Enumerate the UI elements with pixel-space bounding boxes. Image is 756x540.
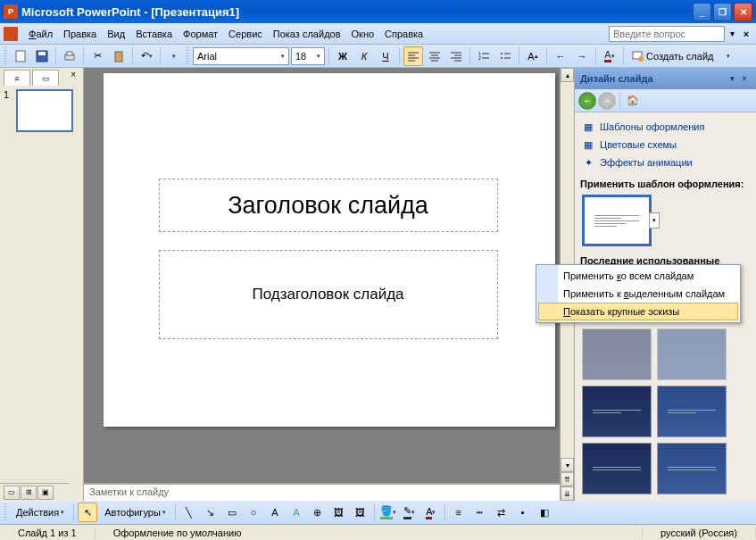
menu-file[interactable]: Файл <box>23 27 58 41</box>
menu-insert[interactable]: Вставка <box>130 27 178 41</box>
link-effects[interactable]: ✦Эффекты анимации <box>580 154 751 171</box>
template-item[interactable] <box>657 443 727 494</box>
underline-button[interactable]: Ч <box>376 46 395 66</box>
textbox-button[interactable]: A <box>265 503 285 522</box>
toolbar-grip-2[interactable] <box>186 47 189 65</box>
arrow-button[interactable]: ↘ <box>201 503 220 522</box>
actions-menu[interactable]: Действия▾ <box>11 505 70 519</box>
doc-minimize-icon[interactable]: ▾ <box>730 29 735 38</box>
template-item[interactable] <box>582 386 652 437</box>
picture-button[interactable]: 🖼 <box>351 503 370 522</box>
link-colors[interactable]: ▦Цветовые схемы <box>580 136 751 154</box>
maximize-button[interactable]: ❐ <box>713 3 732 21</box>
nav-back-button[interactable]: ← <box>578 92 596 110</box>
toolbar-options-2[interactable]: ▾ <box>719 46 738 66</box>
line-style-button[interactable]: ≡ <box>449 503 469 522</box>
font-size-selector[interactable]: 18▾ <box>291 47 325 65</box>
template-item[interactable] <box>582 328 652 380</box>
numbering-button[interactable]: 12 <box>474 46 494 66</box>
cm-apply-selected[interactable]: Применить к выделенным слайдам <box>538 285 738 303</box>
doc-control-icon[interactable] <box>4 27 18 41</box>
pointer-button[interactable]: ↖ <box>78 503 97 522</box>
close-button[interactable]: ✕ <box>734 3 752 21</box>
clipart-button[interactable]: 🖼 <box>329 503 349 522</box>
slideshow-view-button[interactable]: ▣ <box>37 486 54 500</box>
cut-button[interactable]: ✂ <box>87 46 107 66</box>
menu-view[interactable]: Вид <box>102 27 130 41</box>
browse-link[interactable]: 📁Обзор... <box>580 496 751 501</box>
outline-tab[interactable]: ≡ <box>4 70 30 86</box>
3d-button[interactable]: ◧ <box>535 503 554 522</box>
notes-input[interactable]: Заметки к слайду <box>84 483 574 501</box>
new-button[interactable] <box>11 46 30 66</box>
toolbar-grip-3[interactable] <box>4 503 7 521</box>
menu-window[interactable]: Окно <box>346 27 380 41</box>
toolbar-grip[interactable] <box>4 47 7 65</box>
line-color-button[interactable]: ✎▾ <box>400 503 420 522</box>
undo-button[interactable]: ↶▾ <box>137 46 156 66</box>
font-selector[interactable]: Arial▾ <box>193 47 289 65</box>
fill-color-button[interactable]: 🪣▾ <box>378 503 398 522</box>
toolbar-options[interactable]: ▾ <box>164 46 184 66</box>
increase-font-button[interactable]: A▴ <box>523 46 543 66</box>
slide-canvas[interactable]: Заголовок слайда Подзаголовок слайда <box>104 73 555 427</box>
paste-button[interactable] <box>109 46 129 66</box>
italic-button[interactable]: К <box>354 46 374 66</box>
minimize-button[interactable]: _ <box>693 3 711 21</box>
menu-edit[interactable]: Правка <box>58 27 102 41</box>
taskpane-dropdown-icon[interactable]: ▾ <box>726 74 738 83</box>
doc-close-button[interactable]: × <box>740 28 752 40</box>
sorter-view-button[interactable]: ⊞ <box>21 486 37 500</box>
align-left-button[interactable] <box>403 46 423 66</box>
slides-tab[interactable]: ▭ <box>32 70 59 86</box>
dash-style-button[interactable]: ┅ <box>470 503 490 522</box>
thumbs-close-button[interactable]: × <box>71 70 79 86</box>
title-placeholder[interactable]: Заголовок слайда <box>159 179 498 232</box>
cm-apply-all[interactable]: Применить ко всем слайдам <box>538 267 738 285</box>
shadow-button[interactable]: ▪ <box>513 503 533 522</box>
rectangle-button[interactable]: ▭ <box>222 503 242 522</box>
bold-button[interactable]: Ж <box>333 46 353 66</box>
autoshapes-menu[interactable]: Автофигуры▾ <box>99 505 171 519</box>
arrow-style-button[interactable]: ⇄ <box>492 503 511 522</box>
menu-slideshow[interactable]: Показ слайдов <box>268 27 346 41</box>
cm-large-thumbs[interactable]: Показать крупные эскизы <box>538 303 738 320</box>
font-color-button[interactable]: A▾ <box>600 46 619 66</box>
wordart-button[interactable]: A <box>287 503 306 522</box>
taskpane-close-button[interactable]: × <box>738 74 751 83</box>
template-item[interactable] <box>582 443 652 494</box>
template-dropdown-icon[interactable]: ▾ <box>649 212 660 228</box>
nav-home-button[interactable]: 🏠 <box>624 92 642 110</box>
print-button[interactable] <box>60 46 79 66</box>
line-button[interactable]: ╲ <box>179 503 199 522</box>
align-right-button[interactable] <box>446 46 466 66</box>
scroll-up-icon[interactable]: ▴ <box>561 68 574 82</box>
font-color-button-2[interactable]: A▾ <box>421 503 441 522</box>
menu-format[interactable]: Формат <box>178 27 223 41</box>
diagram-button[interactable]: ⊕ <box>308 503 328 522</box>
align-center-button[interactable] <box>425 46 444 66</box>
standard-toolbar: ✂ ↶▾ ▾ Arial▾ 18▾ Ж К Ч 12 A▴ ← → A▾ Соз… <box>0 45 756 68</box>
taskpane-nav: ← → 🏠 <box>575 89 756 112</box>
template-item[interactable] <box>657 386 727 437</box>
new-slide-button[interactable]: Создать слайд <box>627 46 717 66</box>
bullets-button[interactable] <box>495 46 515 66</box>
decrease-indent-button[interactable]: ← <box>551 46 570 66</box>
scroll-down-icon[interactable]: ▾ <box>561 458 574 472</box>
nav-forward-button[interactable]: → <box>598 92 616 110</box>
ask-question-input[interactable] <box>609 26 725 42</box>
status-language[interactable]: русский (Россия) <box>643 528 756 538</box>
subtitle-placeholder[interactable]: Подзаголовок слайда <box>159 250 498 339</box>
slide-thumbnail[interactable]: 1 <box>4 89 79 132</box>
template-item[interactable] <box>657 328 727 380</box>
normal-view-button[interactable]: ▭ <box>4 486 20 500</box>
next-slide-button[interactable]: ⇊ <box>561 486 574 501</box>
menu-help[interactable]: Справка <box>379 27 428 41</box>
prev-slide-button[interactable]: ⇈ <box>561 472 574 486</box>
link-templates[interactable]: ▦Шаблоны оформления <box>580 118 751 136</box>
oval-button[interactable]: ○ <box>244 503 263 522</box>
increase-indent-button[interactable]: → <box>572 46 592 66</box>
menu-tools[interactable]: Сервис <box>223 27 268 41</box>
save-button[interactable] <box>32 46 52 66</box>
template-default[interactable]: ▾ <box>582 195 652 246</box>
